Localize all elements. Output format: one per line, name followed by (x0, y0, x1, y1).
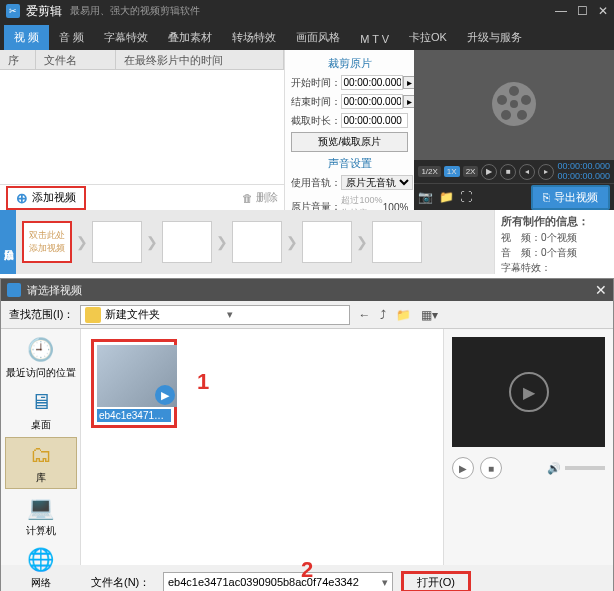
info-audio-label: 音 频： (501, 247, 541, 258)
speed-2x-button[interactable]: 2X (463, 166, 479, 177)
track-label: 使用音轨： (291, 176, 341, 190)
export-video-button[interactable]: ⎘ 导出视频 (531, 185, 610, 210)
play-button[interactable]: ▶ (481, 164, 497, 180)
chevron-down-icon[interactable]: ▾ (223, 308, 349, 321)
tab-transition[interactable]: 转场特效 (222, 25, 286, 50)
prev-frame-button[interactable]: ◂ (519, 164, 535, 180)
audio-title: 声音设置 (291, 156, 408, 171)
tab-overlay[interactable]: 叠加素材 (158, 25, 222, 50)
strip-slot[interactable] (302, 221, 352, 263)
chevron-right-icon: ❯ (216, 234, 228, 250)
lookin-combo[interactable]: 新建文件夹 ▾ (80, 305, 350, 325)
tab-subtitle[interactable]: 字幕特效 (94, 25, 158, 50)
fullscreen-icon[interactable]: ⛶ (460, 190, 472, 204)
export-label: 导出视频 (554, 190, 598, 205)
maximize-icon[interactable]: ☐ (577, 4, 588, 18)
up-icon[interactable]: ⤴ (378, 306, 388, 324)
volume-bar[interactable] (565, 466, 605, 470)
trash-label: 删除 (256, 190, 278, 205)
strip-slot[interactable] (92, 221, 142, 263)
filename-combo[interactable]: eb4c1e3471ac0390905b8ac0f74e3342▾ (163, 572, 393, 591)
play-overlay-icon: ▶ (155, 385, 175, 405)
strip-slot[interactable] (162, 221, 212, 263)
preview-trim-button[interactable]: 预览/截取原片 (291, 132, 408, 152)
place-desktop[interactable]: 🖥桌面 (5, 385, 77, 435)
timeline-strip: 双击此处 添加视频 ❯ ❯ ❯ ❯ ❯ (16, 210, 494, 274)
chevron-right-icon: ❯ (146, 234, 158, 250)
track-select[interactable]: 原片无音轨 (341, 175, 413, 190)
dur-input[interactable] (341, 113, 408, 128)
file-item-selected[interactable]: ▶ eb4c1e3471ac... (91, 339, 177, 428)
info-panel: 所有制作的信息： 视 频：0个视频 音 频：0个音频 字幕特效： (494, 210, 614, 274)
open-button[interactable]: 打开(O) (401, 571, 471, 591)
svg-point-1 (510, 100, 518, 108)
folder-icon[interactable]: 📁 (439, 190, 454, 204)
chevron-down-icon[interactable]: ▾ (382, 576, 388, 589)
place-recent[interactable]: 🕘最近访问的位置 (5, 333, 77, 383)
tab-video[interactable]: 视 频 (4, 25, 49, 50)
start-time-input[interactable] (341, 75, 403, 90)
app-tagline: 最易用、强大的视频剪辑软件 (70, 4, 200, 18)
app-title: 爱剪辑 (26, 3, 62, 20)
app-logo-icon: ✂ (6, 4, 20, 18)
view-menu-icon[interactable]: ▦▾ (419, 306, 440, 324)
strip-slot[interactable] (372, 221, 422, 263)
video-thumbnail: ▶ (97, 345, 177, 407)
dialog-toolbar: 查找范围(I)： 新建文件夹 ▾ ← ⤴ 📁 ▦▾ (1, 301, 613, 329)
dialog-play-button[interactable]: ▶ (452, 457, 474, 479)
trim-panel: 裁剪原片 开始时间：▸ 结束时间：▸ 截取时长： 预览/截取原片 声音设置 使用… (284, 50, 414, 210)
dialog-title: 请选择视频 (27, 283, 82, 298)
place-library[interactable]: 🗂库 (5, 437, 77, 489)
dialog-volume[interactable]: 🔊 (547, 462, 605, 475)
dialog-stop-button[interactable]: ■ (480, 457, 502, 479)
dialog-icon (7, 283, 21, 297)
preview-panel: 1/2X 1X 2X ▶ ■ ◂ ▸ 00:00:00.000 00:00:00… (414, 50, 614, 210)
filename-value: eb4c1e3471ac0390905b8ac0f74e3342 (168, 576, 359, 588)
tab-upgrade[interactable]: 升级与服务 (457, 25, 532, 50)
clip-list-header: 序号 文件名 在最终影片中的时间 (0, 50, 284, 70)
tab-mtv[interactable]: M T V (350, 28, 399, 50)
play-circle-icon: ▶ (509, 372, 549, 412)
places-bar: 🕘最近访问的位置 🖥桌面 🗂库 💻计算机 🌐网络 (1, 329, 81, 565)
lookin-value: 新建文件夹 (105, 307, 223, 322)
info-audio-val: 0个音频 (541, 247, 577, 258)
clip-list-panel: 序号 文件名 在最终影片中的时间 ⊕ 添加视频 🗑 删除 (0, 50, 284, 210)
strip-slot[interactable] (232, 221, 282, 263)
tab-style[interactable]: 画面风格 (286, 25, 350, 50)
next-frame-button[interactable]: ▸ (538, 164, 554, 180)
preview-screen (414, 50, 614, 160)
minimize-icon[interactable]: — (555, 4, 567, 18)
plus-icon: ⊕ (16, 190, 28, 206)
new-folder-icon[interactable]: 📁 (394, 306, 413, 324)
svg-point-2 (509, 86, 519, 96)
trash-button[interactable]: 🗑 删除 (242, 190, 278, 205)
dur-label: 截取时长： (291, 114, 341, 128)
strip-slot-add[interactable]: 双击此处 添加视频 (22, 221, 72, 263)
close-icon[interactable]: ✕ (598, 4, 608, 18)
snapshot-icon[interactable]: 📷 (418, 190, 433, 204)
back-icon[interactable]: ← (356, 306, 372, 324)
info-title: 所有制作的信息： (501, 214, 608, 229)
clip-list-body (0, 70, 284, 184)
time-total: 00:00:00.000 (557, 172, 610, 182)
stop-button[interactable]: ■ (500, 164, 516, 180)
tab-karaoke[interactable]: 卡拉OK (399, 25, 457, 50)
end-time-input[interactable] (341, 94, 403, 109)
col-intime: 在最终影片中的时间 (116, 50, 284, 69)
speed-half-button[interactable]: 1/2X (418, 166, 440, 177)
filename-label: 文件名(N)： (91, 575, 155, 590)
dialog-close-icon[interactable]: ✕ (595, 282, 607, 298)
speed-1x-button[interactable]: 1X (444, 166, 460, 177)
main-tabs: 视 频 音 频 字幕特效 叠加素材 转场特效 画面风格 M T V 卡拉OK 升… (0, 22, 614, 50)
add-video-button[interactable]: ⊕ 添加视频 (6, 186, 86, 210)
place-computer[interactable]: 💻计算机 (5, 491, 77, 541)
chevron-right-icon: ❯ (356, 234, 368, 250)
lookin-label: 查找范围(I)： (9, 307, 74, 322)
recent-icon: 🕘 (25, 336, 57, 364)
tab-audio[interactable]: 音 频 (49, 25, 94, 50)
dialog-bottom: 2 文件名(N)： eb4c1e3471ac0390905b8ac0f74e33… (1, 565, 613, 591)
desktop-icon: 🖥 (25, 388, 57, 416)
trim-title: 裁剪原片 (291, 56, 408, 71)
annotation-1: 1 (197, 369, 209, 395)
speaker-icon: 🔊 (547, 462, 561, 475)
